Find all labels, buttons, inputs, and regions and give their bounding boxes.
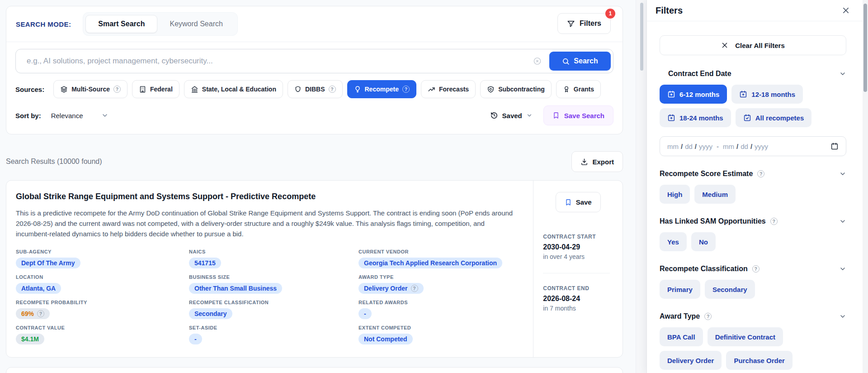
info-icon[interactable]: ? bbox=[113, 86, 121, 93]
result-title[interactable]: Global Strike Range Equipment and System… bbox=[16, 192, 524, 201]
field-location: LOCATION Atlanta, GA bbox=[16, 274, 189, 294]
sort-row: Sort by: Relevance Saved Save Search bbox=[6, 105, 623, 125]
option-medium[interactable]: Medium bbox=[694, 185, 736, 204]
info-icon[interactable]: ? bbox=[757, 170, 764, 177]
saved-searches-button[interactable]: Saved bbox=[490, 111, 533, 120]
filters-panel-body: Clear All Filters Contract End Date 6-12… bbox=[647, 35, 868, 370]
option-bpa-call[interactable]: BPA Call bbox=[660, 327, 703, 346]
search-mode-toggle: Smart Search Keyword Search bbox=[83, 12, 238, 36]
sort-value: Relevance bbox=[51, 112, 83, 120]
info-icon[interactable]: ? bbox=[770, 218, 778, 225]
search-input-wrap: Search bbox=[15, 49, 613, 73]
recompete-score-header[interactable]: Recompete Score Estimate ? bbox=[660, 170, 846, 178]
option-delivery-order[interactable]: Delivery Order bbox=[660, 351, 722, 370]
scrollbar-thumb[interactable] bbox=[640, 3, 643, 71]
calendar-icon[interactable] bbox=[830, 142, 839, 150]
contract-start-date: 2030-04-29 bbox=[543, 243, 623, 251]
sam-opportunities-header[interactable]: Has Linked SAM Opportunities ? bbox=[660, 217, 846, 225]
source-forecasts[interactable]: Forecasts bbox=[421, 80, 476, 98]
calendar-plus-icon bbox=[667, 90, 675, 98]
filters-panel-header: Filters bbox=[647, 0, 868, 21]
source-recompete[interactable]: Recompete ? bbox=[347, 80, 416, 98]
contract-end-date-header[interactable]: Contract End Date bbox=[660, 70, 846, 78]
contract-start-relative: in over 4 years bbox=[543, 253, 623, 260]
info-icon[interactable]: ? bbox=[37, 310, 44, 317]
section-contract-end-date: Contract End Date 6-12 months 12-18 mont… bbox=[660, 70, 846, 156]
source-state-local-education[interactable]: State, Local & Education bbox=[184, 80, 283, 98]
date-slash: / bbox=[750, 143, 752, 150]
date-range-dash: - bbox=[717, 143, 719, 150]
info-icon[interactable]: ? bbox=[704, 313, 712, 320]
option-secondary[interactable]: Secondary bbox=[705, 280, 755, 299]
info-icon[interactable]: ? bbox=[752, 265, 760, 273]
export-button[interactable]: Export bbox=[571, 151, 623, 172]
save-search-button[interactable]: Save Search bbox=[543, 105, 613, 125]
source-federal[interactable]: Federal bbox=[132, 80, 179, 98]
award-type-header[interactable]: Award Type ? bbox=[660, 312, 846, 320]
bookmark-icon bbox=[565, 199, 572, 206]
sort-by-label: Sort by: bbox=[15, 112, 41, 120]
filters-button[interactable]: Filters bbox=[557, 13, 611, 34]
source-dibbs[interactable]: DIBBS ? bbox=[288, 80, 343, 98]
option-18-24-months[interactable]: 18-24 months bbox=[660, 108, 731, 127]
close-icon[interactable] bbox=[841, 5, 851, 15]
layers-icon bbox=[60, 86, 68, 93]
source-multi-source[interactable]: Multi-Source ? bbox=[53, 80, 127, 98]
main-scrollbar[interactable] bbox=[636, 0, 646, 373]
source-grants[interactable]: Grants bbox=[556, 80, 601, 98]
field-value-chip: Georgia Tech Applied Research Corporatio… bbox=[359, 258, 502, 268]
info-icon[interactable]: ? bbox=[329, 86, 336, 93]
source-label: State, Local & Education bbox=[202, 86, 276, 93]
recompete-classification-header[interactable]: Recompete Classification ? bbox=[660, 265, 846, 273]
date-mm: mm bbox=[723, 143, 734, 150]
trending-up-icon bbox=[428, 86, 435, 93]
option-6-12-months[interactable]: 6-12 months bbox=[660, 85, 727, 104]
option-12-18-months[interactable]: 12-18 months bbox=[731, 85, 803, 104]
scrollbar-thumb[interactable] bbox=[863, 4, 867, 92]
option-purchase-order[interactable]: Purchase Order bbox=[726, 351, 793, 370]
info-icon[interactable]: ? bbox=[411, 285, 418, 292]
option-primary[interactable]: Primary bbox=[660, 280, 700, 299]
search-button[interactable]: Search bbox=[549, 52, 611, 71]
option-all-recompetes[interactable]: All recompetes bbox=[736, 108, 812, 127]
field-value-chip: Atlanta, GA bbox=[16, 283, 61, 294]
results-summary: Search Results (10000 found) bbox=[6, 158, 102, 166]
tab-keyword-search[interactable]: Keyword Search bbox=[157, 15, 235, 33]
info-icon[interactable]: ? bbox=[402, 86, 410, 93]
option-no[interactable]: No bbox=[691, 232, 716, 251]
date-slash: / bbox=[736, 143, 738, 150]
section-recompete-score: Recompete Score Estimate ? High Medium bbox=[660, 170, 846, 204]
save-label: Save bbox=[576, 198, 592, 206]
search-panel: SEARCH MODE: Smart Search Keyword Search… bbox=[6, 6, 623, 134]
search-mode-label: SEARCH MODE: bbox=[16, 20, 71, 28]
option-yes[interactable]: Yes bbox=[660, 232, 687, 251]
field-recompete-classification: RECOMPETE CLASSIFICATION Secondary bbox=[189, 300, 359, 319]
field-current-vendor: CURRENT VENDOR Georgia Tech Applied Rese… bbox=[359, 249, 524, 268]
date-yyyy: yyyy bbox=[699, 143, 712, 150]
clear-all-filters-button[interactable]: Clear All Filters bbox=[660, 35, 846, 55]
divider bbox=[543, 273, 610, 273]
save-result-button[interactable]: Save bbox=[556, 192, 601, 212]
tab-smart-search[interactable]: Smart Search bbox=[85, 15, 157, 33]
x-icon bbox=[721, 42, 728, 49]
option-label: All recompetes bbox=[755, 114, 804, 122]
source-label: Multi-Source bbox=[71, 86, 110, 93]
source-label: Recompete bbox=[365, 86, 399, 93]
option-high[interactable]: High bbox=[660, 185, 690, 204]
option-definitive-contract[interactable]: Definitive Contract bbox=[708, 327, 783, 346]
result-card-main: Global Strike Range Equipment and System… bbox=[6, 181, 533, 357]
date-range-input[interactable]: mm/dd/yyyy - mm/dd/yyyy bbox=[660, 136, 846, 156]
sort-select[interactable]: Relevance bbox=[51, 112, 108, 120]
field-contract-value: CONTRACT VALUE $4.1M bbox=[16, 325, 189, 344]
panel-scrollbar[interactable] bbox=[863, 0, 868, 373]
results-header: Search Results (10000 found) Export bbox=[6, 149, 623, 174]
clear-search-icon[interactable] bbox=[533, 57, 542, 66]
filters-panel: Filters Clear All Filters Contract End D… bbox=[646, 0, 868, 373]
section-recompete-classification: Recompete Classification ? Primary Secon… bbox=[660, 265, 846, 299]
chevron-down-icon bbox=[839, 170, 846, 177]
source-subcontracting[interactable]: Subcontracting bbox=[480, 80, 552, 98]
chevron-down-icon bbox=[526, 112, 533, 119]
calendar-plus-icon bbox=[739, 90, 747, 98]
search-input[interactable] bbox=[16, 49, 613, 73]
search-mode-row: SEARCH MODE: Smart Search Keyword Search… bbox=[6, 6, 623, 42]
